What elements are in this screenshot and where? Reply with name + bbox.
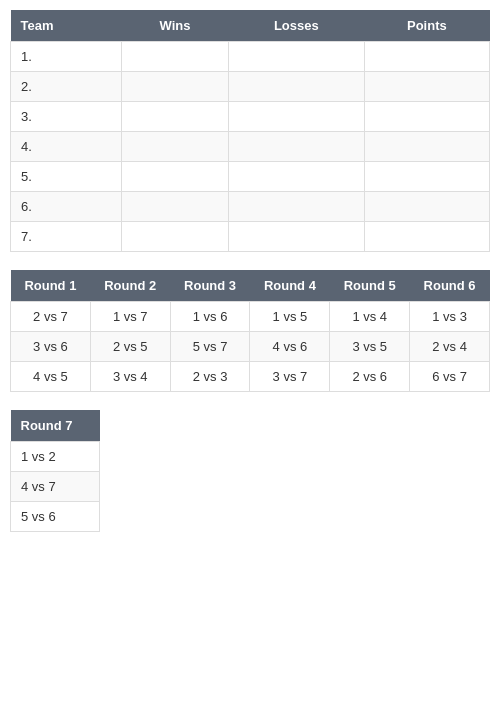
standings-cell-points (364, 72, 489, 102)
standings-cell-losses (228, 222, 364, 252)
standings-cell-points (364, 132, 489, 162)
standings-cell-losses (228, 102, 364, 132)
round7-row: 5 vs 6 (11, 502, 100, 532)
rounds-cell: 1 vs 3 (410, 302, 490, 332)
rounds-header-cell: Round 3 (170, 270, 250, 302)
standings-row: 5. (11, 162, 490, 192)
standings-cell-points (364, 222, 489, 252)
standings-cell-losses (228, 72, 364, 102)
rounds-cell: 3 vs 4 (90, 362, 170, 392)
round7-cell: 5 vs 6 (11, 502, 100, 532)
rounds-cell: 2 vs 3 (170, 362, 250, 392)
standings-row: 7. (11, 222, 490, 252)
standings-cell-losses (228, 132, 364, 162)
rounds-header-cell: Round 1 (11, 270, 91, 302)
standings-cell-num: 1. (11, 42, 122, 72)
rounds-row: 4 vs 53 vs 42 vs 33 vs 72 vs 66 vs 7 (11, 362, 490, 392)
rounds-cell: 2 vs 4 (410, 332, 490, 362)
rounds-cell: 2 vs 5 (90, 332, 170, 362)
standings-cell-wins (122, 72, 229, 102)
standings-table: Team Wins Losses Points 1. 2. 3. 4. 5. 6… (10, 10, 490, 252)
rounds-cell: 3 vs 7 (250, 362, 330, 392)
round7-row: 4 vs 7 (11, 472, 100, 502)
standings-row: 2. (11, 72, 490, 102)
rounds-cell: 1 vs 7 (90, 302, 170, 332)
standings-row: 3. (11, 102, 490, 132)
standings-cell-points (364, 162, 489, 192)
standings-header-points: Points (364, 10, 489, 42)
standings-cell-wins (122, 162, 229, 192)
rounds-table: Round 1Round 2Round 3Round 4Round 5Round… (10, 270, 490, 392)
standings-cell-num: 4. (11, 132, 122, 162)
standings-header-wins: Wins (122, 10, 229, 42)
standings-cell-losses (228, 162, 364, 192)
round7-cell: 4 vs 7 (11, 472, 100, 502)
rounds-cell: 4 vs 5 (11, 362, 91, 392)
rounds-header-cell: Round 5 (330, 270, 410, 302)
rounds-cell: 3 vs 5 (330, 332, 410, 362)
rounds-cell: 5 vs 7 (170, 332, 250, 362)
round7-cell: 1 vs 2 (11, 442, 100, 472)
standings-header-losses: Losses (228, 10, 364, 42)
standings-cell-losses (228, 42, 364, 72)
standings-cell-wins (122, 42, 229, 72)
round7-header: Round 7 (11, 410, 100, 442)
rounds-cell: 3 vs 6 (11, 332, 91, 362)
rounds-header-cell: Round 6 (410, 270, 490, 302)
rounds-header-cell: Round 4 (250, 270, 330, 302)
rounds-cell: 1 vs 5 (250, 302, 330, 332)
standings-cell-num: 2. (11, 72, 122, 102)
round7-table: Round 7 1 vs 24 vs 75 vs 6 (10, 410, 100, 532)
standings-cell-num: 3. (11, 102, 122, 132)
standings-cell-losses (228, 192, 364, 222)
rounds-cell: 2 vs 6 (330, 362, 410, 392)
rounds-header-cell: Round 2 (90, 270, 170, 302)
standings-cell-wins (122, 192, 229, 222)
standings-cell-wins (122, 222, 229, 252)
standings-cell-num: 6. (11, 192, 122, 222)
standings-header-team: Team (11, 10, 122, 42)
rounds-row: 2 vs 71 vs 71 vs 61 vs 51 vs 41 vs 3 (11, 302, 490, 332)
standings-cell-points (364, 42, 489, 72)
rounds-cell: 4 vs 6 (250, 332, 330, 362)
standings-row: 6. (11, 192, 490, 222)
standings-row: 4. (11, 132, 490, 162)
rounds-cell: 6 vs 7 (410, 362, 490, 392)
standings-cell-points (364, 192, 489, 222)
standings-row: 1. (11, 42, 490, 72)
standings-cell-points (364, 102, 489, 132)
rounds-cell: 1 vs 6 (170, 302, 250, 332)
round7-row: 1 vs 2 (11, 442, 100, 472)
rounds-row: 3 vs 62 vs 55 vs 74 vs 63 vs 52 vs 4 (11, 332, 490, 362)
rounds-cell: 1 vs 4 (330, 302, 410, 332)
standings-cell-wins (122, 102, 229, 132)
standings-cell-num: 7. (11, 222, 122, 252)
standings-cell-wins (122, 132, 229, 162)
standings-cell-num: 5. (11, 162, 122, 192)
rounds-cell: 2 vs 7 (11, 302, 91, 332)
